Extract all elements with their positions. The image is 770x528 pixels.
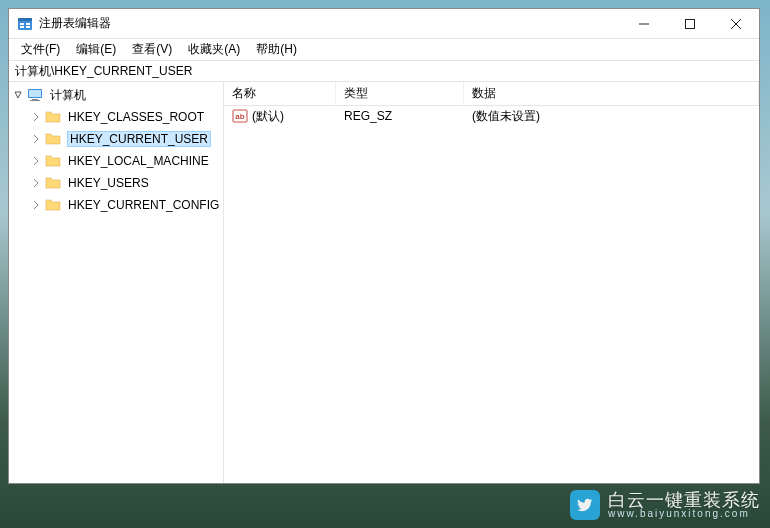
close-button[interactable] [713,9,759,38]
svg-rect-5 [26,26,30,28]
tree-label: 计算机 [47,86,89,105]
window-controls [621,9,759,38]
tree-label: HKEY_USERS [65,175,152,191]
expand-icon[interactable] [29,198,43,212]
value-data-cell: (数值未设置) [464,108,759,125]
tree-node-hkcu[interactable]: HKEY_CURRENT_USER [9,128,223,150]
svg-rect-2 [20,23,24,25]
watermark-sub: www.baiyunxitong.com [608,509,760,519]
menu-help[interactable]: 帮助(H) [248,39,305,60]
tree-label: HKEY_LOCAL_MACHINE [65,153,212,169]
menu-file[interactable]: 文件(F) [13,39,68,60]
content-area: 计算机 HKEY_CLASSES_ROOT HKEY_CURRENT_USE [9,82,759,483]
svg-rect-1 [18,18,32,21]
svg-rect-12 [32,99,38,100]
value-name: (默认) [252,108,284,125]
menu-edit[interactable]: 编辑(E) [68,39,124,60]
column-header-name[interactable]: 名称 [224,82,336,105]
watermark-main: 白云一键重装系统 [608,491,760,509]
folder-icon [45,175,61,191]
menu-favorites[interactable]: 收藏夹(A) [180,39,248,60]
list-header: 名称 类型 数据 [224,82,759,106]
svg-text:ab: ab [235,112,244,121]
expand-icon[interactable] [29,132,43,146]
svg-rect-13 [30,100,40,101]
svg-rect-4 [26,23,30,25]
column-header-type[interactable]: 类型 [336,82,464,105]
folder-icon [45,109,61,125]
list-row[interactable]: ab (默认) REG_SZ (数值未设置) [224,106,759,126]
tree-node-hkcc[interactable]: HKEY_CURRENT_CONFIG [9,194,223,216]
titlebar[interactable]: 注册表编辑器 [9,9,759,39]
collapse-icon[interactable] [11,88,25,102]
bird-icon [570,490,600,520]
watermark: 白云一键重装系统 www.baiyunxitong.com [570,490,760,520]
tree-node-hku[interactable]: HKEY_USERS [9,172,223,194]
folder-icon [45,131,61,147]
maximize-button[interactable] [667,9,713,38]
folder-icon [45,197,61,213]
svg-rect-3 [20,26,24,28]
computer-icon [27,87,43,103]
tree-label: HKEY_CLASSES_ROOT [65,109,207,125]
tree-label: HKEY_CURRENT_CONFIG [65,197,222,213]
tree-pane[interactable]: 计算机 HKEY_CLASSES_ROOT HKEY_CURRENT_USE [9,82,224,483]
menu-view[interactable]: 查看(V) [124,39,180,60]
svg-rect-11 [29,90,41,97]
string-value-icon: ab [232,108,248,124]
column-header-data[interactable]: 数据 [464,82,759,105]
address-bar[interactable]: 计算机\HKEY_CURRENT_USER [9,60,759,82]
value-type-cell: REG_SZ [336,109,464,123]
tree-node-hkcr[interactable]: HKEY_CLASSES_ROOT [9,106,223,128]
value-name-cell: ab (默认) [224,108,336,125]
list-pane: 名称 类型 数据 ab (默认) REG_SZ (数值未设置) [224,82,759,483]
svg-rect-7 [686,19,695,28]
app-icon [17,16,33,32]
minimize-button[interactable] [621,9,667,38]
registry-editor-window: 注册表编辑器 文件(F) 编辑(E) 查看(V) 收藏夹(A) 帮助(H) 计算… [8,8,760,484]
watermark-text: 白云一键重装系统 www.baiyunxitong.com [608,491,760,519]
list-body[interactable]: ab (默认) REG_SZ (数值未设置) [224,106,759,483]
expand-icon[interactable] [29,176,43,190]
tree-label: HKEY_CURRENT_USER [67,131,211,147]
address-path: 计算机\HKEY_CURRENT_USER [15,63,192,80]
menubar: 文件(F) 编辑(E) 查看(V) 收藏夹(A) 帮助(H) [9,39,759,60]
tree-node-hklm[interactable]: HKEY_LOCAL_MACHINE [9,150,223,172]
folder-icon [45,153,61,169]
tree-root-computer[interactable]: 计算机 [9,84,223,106]
expand-icon[interactable] [29,154,43,168]
window-title: 注册表编辑器 [39,15,621,32]
expand-icon[interactable] [29,110,43,124]
